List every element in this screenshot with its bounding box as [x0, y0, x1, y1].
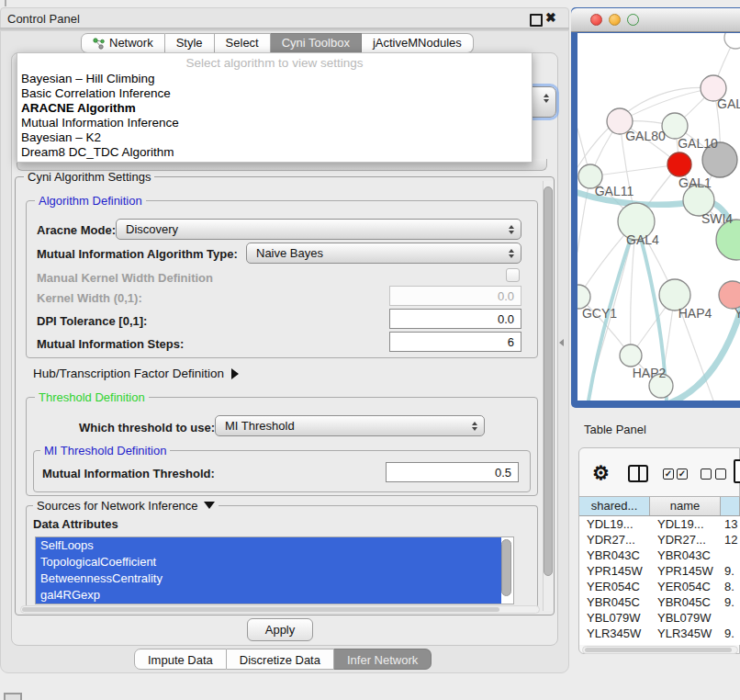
apply-button[interactable]: Apply: [247, 618, 313, 641]
attributes-list-scrollbar[interactable]: [501, 539, 511, 596]
table-cell: YIL052C: [579, 641, 650, 645]
table-cell: 13: [721, 516, 740, 532]
close-traffic-light[interactable]: [590, 14, 602, 26]
settings-group-title: Cyni Algorithm Settings: [24, 170, 154, 184]
bottom-tab-impute-data[interactable]: Impute Data: [134, 649, 227, 670]
tab-jactivemnodules[interactable]: jActiveMNodules: [362, 33, 474, 53]
table-row[interactable]: YIL052CYIL052C8.: [579, 641, 740, 645]
unchecked-box-icon[interactable]: [715, 469, 726, 480]
bottom-tab-infer-network[interactable]: Infer Network: [334, 649, 432, 670]
control-panel-title: Control Panel: [7, 12, 80, 26]
file-icon[interactable]: [734, 459, 740, 483]
bottom-tab-discretize-data[interactable]: Discretize Data: [227, 649, 334, 670]
network-node[interactable]: [719, 281, 740, 309]
kernel-width-input[interactable]: 0.0: [389, 286, 521, 306]
combo-spinner-icon: [509, 225, 514, 234]
aracne-mode-combobox[interactable]: Discovery: [116, 219, 521, 240]
network-canvas[interactable]: GALGAL80GAL10GAL1GAL11SWI4GAL4GCY1HAP4YH…: [577, 33, 740, 401]
table-row[interactable]: YER054CYER054C8.: [579, 579, 740, 594]
attribute-item[interactable]: SelfLoops: [36, 537, 501, 554]
float-window-icon[interactable]: [530, 14, 543, 27]
table-row[interactable]: YBR045CYBR045C9.: [579, 594, 740, 610]
table-row[interactable]: YDR27...YDR27...12: [579, 532, 740, 548]
network-edge[interactable]: [577, 87, 713, 167]
node-label: GAL80: [625, 129, 666, 143]
node-label: GAL1: [678, 175, 712, 190]
table-row[interactable]: YPR145WYPR145W9.: [579, 563, 740, 579]
aracne-mode-label: Aracne Mode:: [37, 223, 116, 237]
splitter-handle-icon[interactable]: [559, 339, 564, 346]
table-cell: 12: [721, 532, 740, 548]
column-header-name[interactable]: name: [650, 497, 721, 516]
collapse-down-icon: [204, 502, 215, 509]
algorithm-option-6[interactable]: Dream8 DC_TDC Algorithm: [17, 145, 532, 160]
table-rows: YDL19...YDL19...13YDR27...YDR27...12YBR0…: [579, 516, 740, 645]
network-edge-thick[interactable]: [667, 307, 740, 401]
tab-select[interactable]: Select: [215, 33, 271, 53]
close-icon[interactable]: ✖: [545, 10, 556, 25]
column-header-partial[interactable]: [721, 497, 740, 516]
algorithm-option-5[interactable]: Bayesian – K2: [17, 130, 532, 145]
table-cell: YDR27...: [650, 532, 721, 548]
table-cell: 8.: [721, 641, 740, 645]
titlebar-separator: [0, 28, 569, 31]
attribute-item[interactable]: gal4RGexp: [36, 587, 501, 604]
table-row[interactable]: YDL19...YDL19...13: [579, 516, 740, 532]
column-header-shared...[interactable]: shared...: [579, 497, 650, 516]
tab-cyni-toolbox[interactable]: Cyni Toolbox: [271, 33, 362, 53]
table-cell: YER054C: [650, 579, 721, 594]
tab-network[interactable]: Network: [81, 33, 165, 53]
sources-title: Sources for Network Inference: [37, 499, 198, 513]
table-cell: YBR045C: [579, 594, 650, 610]
expand-right-icon: [231, 368, 239, 379]
unchecked-box-icon[interactable]: [701, 469, 712, 480]
node-label: GAL11: [595, 184, 634, 198]
mi-threshold-group-title: MI Threshold Definition: [40, 444, 170, 457]
top-left-fragment: [5, 0, 6, 6]
which-threshold-value: MI Threshold: [225, 419, 295, 433]
network-node[interactable]: [667, 152, 691, 176]
checked-box-icon[interactable]: ✓: [663, 469, 674, 480]
network-node[interactable]: [662, 113, 688, 139]
data-attributes-label: Data Attributes: [33, 517, 118, 531]
manual-kernel-checkbox[interactable]: [506, 268, 520, 282]
bottom-left-icon-fragment: [4, 693, 22, 700]
algorithm-option-1[interactable]: Bayesian – Hill Climbing: [17, 72, 532, 86]
gear-icon[interactable]: ⚙: [592, 462, 610, 484]
table-row[interactable]: YBR043CYBR043C: [579, 548, 740, 563]
table-cell: YBR045C: [650, 594, 721, 610]
dpi-tolerance-input[interactable]: 0.0: [389, 309, 521, 329]
column-split-icon[interactable]: [628, 465, 648, 482]
table-row[interactable]: YBL079WYBL079W: [579, 610, 740, 626]
table-cell: YBR043C: [650, 548, 721, 563]
settings-vscroll-thumb[interactable]: [544, 186, 553, 576]
tab-style[interactable]: Style: [165, 33, 215, 53]
algorithm-option-3[interactable]: ARACNE Algorithm: [17, 101, 532, 116]
checked-box-icon[interactable]: ✓: [677, 469, 688, 480]
threshold-definition-title: Threshold Definition: [35, 390, 149, 404]
network-node[interactable]: [620, 344, 642, 367]
algorithm-option-4[interactable]: Mutual Information Inference: [17, 116, 532, 130]
network-node[interactable]: [724, 33, 740, 49]
data-attributes-list[interactable]: SelfLoopsTopologicalCoefficientBetweenne…: [35, 536, 514, 604]
attribute-item[interactable]: BetweennessCentrality: [36, 570, 501, 587]
table-cell: YER054C: [579, 579, 650, 594]
sources-toggle[interactable]: Sources for Network Inference: [33, 499, 219, 513]
mi-type-combobox[interactable]: Naive Bayes: [246, 243, 521, 264]
bottom-tabs: Impute DataDiscretize DataInfer Network: [134, 649, 432, 670]
mi-threshold-input[interactable]: 0.5: [386, 462, 519, 482]
algorithm-option-2[interactable]: Basic Correlation Inference: [17, 86, 532, 101]
maximize-traffic-light[interactable]: [627, 14, 639, 26]
network-icon: [93, 38, 105, 50]
table-hscroll-thumb[interactable]: [585, 648, 732, 652]
mi-steps-input[interactable]: 6: [389, 332, 521, 352]
which-threshold-combobox[interactable]: MI Threshold: [215, 415, 485, 436]
network-edge[interactable]: [590, 164, 679, 176]
table-row[interactable]: YLR345WYLR345W9.: [579, 626, 740, 641]
table-cell: YLR345W: [579, 626, 650, 641]
hub-definition-toggle[interactable]: Hub/Transcription Factor Definition: [33, 367, 239, 380]
mi-steps-label: Mutual Information Steps:: [37, 337, 184, 351]
minimize-traffic-light[interactable]: [609, 14, 621, 26]
attribute-item[interactable]: TopologicalCoefficient: [36, 554, 501, 570]
settings-hscroll-thumb[interactable]: [22, 607, 499, 612]
